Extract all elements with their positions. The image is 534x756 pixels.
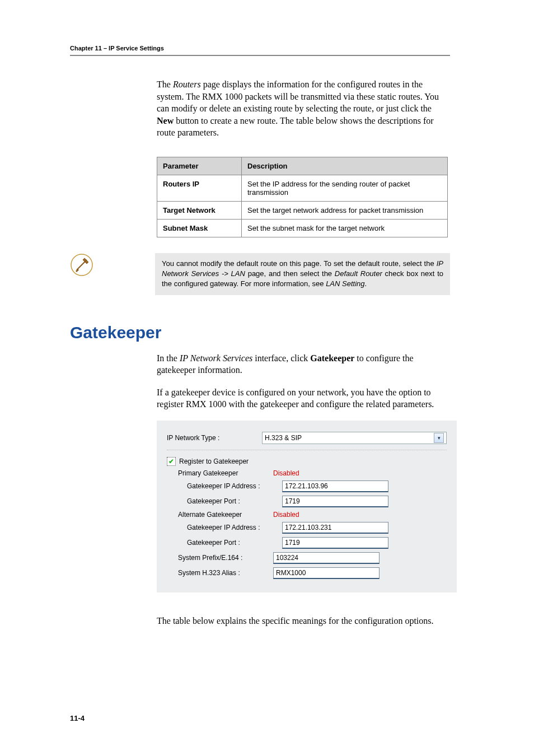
closing-paragraph: The table below explains the specific me… xyxy=(157,615,450,627)
primary-port-label: Gatekeeper Port : xyxy=(167,497,282,505)
ip-network-type-label: IP Network Type : xyxy=(167,434,262,442)
table-desc: Set the IP address for the sending route… xyxy=(242,175,448,201)
note-text: page, and then select the xyxy=(245,269,335,278)
note-icon xyxy=(70,253,93,277)
alternate-ip-input[interactable]: 172.21.103.231 xyxy=(282,522,388,534)
table-desc: Set the target network address for packe… xyxy=(242,201,448,219)
alternate-port-label: Gatekeeper Port : xyxy=(167,539,282,547)
note-em2: Default Router xyxy=(335,269,382,278)
gk1-mid: interface, click xyxy=(252,353,310,363)
system-prefix-input[interactable]: 103224 xyxy=(273,552,380,564)
gk1-em: IP Network Services xyxy=(180,353,252,363)
alternate-gatekeeper-label: Alternate Gatekeeper xyxy=(167,511,273,519)
alternate-port-input[interactable]: 1719 xyxy=(282,537,388,549)
table-row: Target Network Set the target network ad… xyxy=(157,201,448,219)
page-number: 11-4 xyxy=(70,714,85,722)
table-header-param: Parameter xyxy=(157,157,242,175)
ip-network-type-select[interactable]: H.323 & SIP ▾ xyxy=(262,432,447,444)
system-alias-input[interactable]: RMX1000 xyxy=(273,567,380,579)
intro-bold: New xyxy=(157,116,174,125)
table-param: Subnet Mask xyxy=(157,219,242,237)
gk1-bold: Gatekeeper xyxy=(310,353,354,363)
register-label: Register to Gatekeeper xyxy=(179,458,249,465)
intro-tail: button to create a new route. The table … xyxy=(157,116,434,138)
gatekeeper-config-panel: IP Network Type : H.323 & SIP ▾ ✔ Regist… xyxy=(157,421,457,592)
table-header-desc: Description xyxy=(242,157,448,175)
section-title: Gatekeeper xyxy=(70,323,450,342)
primary-status: Disabled xyxy=(273,469,299,477)
parameters-table: Parameter Description Routers IP Set the… xyxy=(157,157,448,237)
table-row: Routers IP Set the IP address for the se… xyxy=(157,175,448,201)
primary-port-input[interactable]: 1719 xyxy=(282,496,388,507)
divider xyxy=(167,450,447,450)
note-text: You cannot modify the default route on t… xyxy=(162,259,437,268)
alternate-ip-label: Gatekeeper IP Address : xyxy=(167,524,282,531)
table-desc: Set the subnet mask for the target netwo… xyxy=(242,219,448,237)
chapter-header: Chapter 11 – IP Service Settings xyxy=(70,45,450,52)
table-param: Target Network xyxy=(157,201,242,219)
note-box: You cannot modify the default route on t… xyxy=(155,253,450,295)
gk1-pre: In the xyxy=(157,353,180,363)
table-row: Subnet Mask Set the subnet mask for the … xyxy=(157,219,448,237)
gatekeeper-intro-1: In the IP Network Services interface, cl… xyxy=(157,352,450,376)
gatekeeper-intro-2: If a gatekeeper device is configured on … xyxy=(157,386,450,410)
primary-ip-label: Gatekeeper IP Address : xyxy=(167,482,282,490)
chevron-down-icon[interactable]: ▾ xyxy=(434,433,444,443)
note-em3: LAN Setting xyxy=(326,279,364,288)
system-prefix-label: System Prefix/E.164 : xyxy=(167,554,273,562)
alternate-status: Disabled xyxy=(273,511,299,519)
header-rule xyxy=(70,55,450,56)
note-text: . xyxy=(365,279,367,288)
primary-ip-input[interactable]: 172.21.103.96 xyxy=(282,480,388,492)
table-param: Routers IP xyxy=(157,175,242,201)
system-alias-label: System H.323 Alias : xyxy=(167,569,273,577)
register-checkbox[interactable]: ✔ xyxy=(167,457,176,466)
intro-paragraph: The Routers page displays the informatio… xyxy=(157,78,450,139)
primary-gatekeeper-label: Primary Gatekeeper xyxy=(167,469,273,477)
intro-em: Routers xyxy=(173,80,201,89)
intro-pre: The xyxy=(157,80,173,89)
ip-network-type-value: H.323 & SIP xyxy=(265,432,302,444)
